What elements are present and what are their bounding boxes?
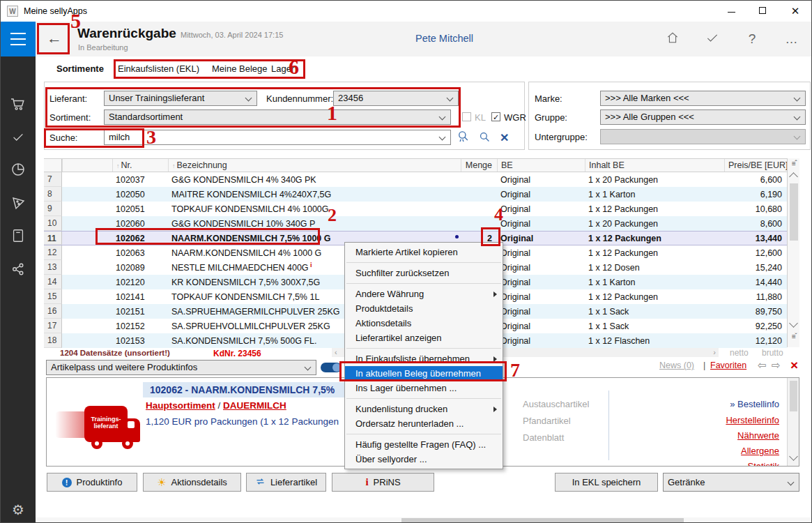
- table-cell[interactable]: Original: [497, 278, 585, 287]
- table-cell[interactable]: 102037: [112, 175, 168, 185]
- table-cell[interactable]: 14: [44, 275, 62, 289]
- scroll-down-icon[interactable]: [789, 452, 798, 461]
- table-cell[interactable]: 102120: [112, 278, 168, 287]
- context-menu-item[interactable]: Produktdetails: [345, 301, 503, 316]
- table-cell[interactable]: 10,680: [724, 204, 787, 214]
- book-icon[interactable]: [1, 224, 36, 248]
- prev-arrow-icon[interactable]: ⇦: [758, 359, 767, 372]
- check-icon[interactable]: [1, 125, 36, 149]
- table-cell[interactable]: 102051: [112, 204, 168, 214]
- table-cell[interactable]: 1 x 12 Packungen: [585, 234, 724, 243]
- close-button[interactable]: ✕: [780, 1, 811, 22]
- table-cell[interactable]: 102063: [112, 248, 168, 258]
- table-cell[interactable]: 102089: [112, 263, 168, 273]
- table-cell[interactable]: Original: [497, 321, 585, 331]
- confirm-check-icon[interactable]: [704, 31, 721, 47]
- table-cell[interactable]: 102152: [112, 321, 168, 331]
- news-link[interactable]: News (0): [659, 361, 694, 370]
- allergene-link[interactable]: Allergene: [741, 446, 779, 456]
- table-cell[interactable]: 13: [44, 260, 62, 275]
- bestellinfo-link[interactable]: » Bestellinfo: [730, 399, 779, 409]
- table-cell[interactable]: 1 x 1 Sack: [585, 321, 724, 331]
- tab-sortimente[interactable]: Sortimente: [56, 63, 104, 74]
- table-cell[interactable]: Original: [497, 263, 585, 273]
- context-menu-item[interactable]: Ordersatz herunterladen ...: [345, 416, 503, 431]
- table-cell[interactable]: 12: [44, 245, 62, 260]
- settings-gear-icon[interactable]: ⚙: [1, 501, 36, 518]
- context-menu-item[interactable]: Ins Lager übernehmen ...: [345, 381, 503, 395]
- pizza-icon[interactable]: [1, 191, 36, 215]
- table-cell[interactable]: 9: [44, 202, 62, 216]
- hauptsortiment-link[interactable]: Hauptsortiment: [146, 400, 215, 411]
- table-cell[interactable]: 8,600: [724, 219, 787, 229]
- search-extended-icon[interactable]: [457, 130, 470, 146]
- untergruppe-dropdown[interactable]: [600, 129, 806, 144]
- table-cell[interactable]: 17: [44, 319, 62, 333]
- table-cell[interactable]: 1 x 12 Packungen: [585, 292, 724, 302]
- table-cell[interactable]: 1 x 20 Packungen: [585, 219, 724, 229]
- produktinfo-dropdown[interactable]: Artikelpass und weitere Produktinfos: [46, 360, 316, 375]
- statistik-link[interactable]: Statistik: [747, 461, 779, 467]
- marke-dropdown[interactable]: >>> Alle Marken <<<: [600, 91, 806, 106]
- minimize-button[interactable]: [716, 1, 746, 22]
- cart-icon[interactable]: [1, 92, 36, 116]
- context-menu-item[interactable]: Suchfilter zurücksetzen: [345, 266, 503, 280]
- table-header-row[interactable]: ↑Nr. ↑Bezeichnung Menge BE Inhalt BE Pre…: [44, 158, 787, 172]
- scrollbar-thumb[interactable]: [401, 518, 684, 523]
- context-menu-item[interactable]: Über sellyorder ...: [345, 452, 503, 467]
- share-network-icon[interactable]: [1, 257, 36, 281]
- table-cell[interactable]: 6,190: [724, 190, 787, 199]
- table-cell[interactable]: 11,880: [724, 292, 787, 302]
- table-cell[interactable]: 1 x 1 Karton: [585, 278, 724, 287]
- herstellerinfo-link[interactable]: Herstellerinfo: [726, 415, 779, 425]
- pie-chart-icon[interactable]: [1, 158, 36, 181]
- help-icon[interactable]: ?: [744, 31, 760, 47]
- ekl-speichern-button[interactable]: In EKL speichern: [555, 473, 658, 492]
- table-cell[interactable]: G&G KONDENSMILCH 10% 340G P: [168, 219, 461, 229]
- table-cell[interactable]: 10: [44, 216, 62, 231]
- scroll-to-bottom-icon[interactable]: ≡̌: [790, 333, 798, 342]
- table-cell[interactable]: 1 x 1 Karton: [585, 190, 724, 199]
- scroll-to-top-icon[interactable]: ≡̂: [790, 160, 798, 169]
- maximize-button[interactable]: [747, 1, 778, 22]
- table-cell[interactable]: 1 x 12 Packungen: [585, 248, 724, 258]
- wgr-checkbox[interactable]: ✓: [491, 112, 500, 121]
- home-icon[interactable]: [664, 31, 681, 47]
- table-cell[interactable]: 13,440: [724, 234, 787, 243]
- scroll-right-icon[interactable]: ›: [713, 348, 716, 357]
- gruppe-dropdown[interactable]: >>> Alle Gruppen <<<: [600, 109, 806, 125]
- table-cell[interactable]: 1 x 12 Packungen: [585, 204, 724, 214]
- aktionsdetails-button[interactable]: ☀ Aktionsdetails: [143, 473, 241, 492]
- table-cell[interactable]: Original: [497, 175, 585, 185]
- menu-icon[interactable]: [1, 22, 36, 56]
- table-cell[interactable]: 1 x 1 Sack: [585, 307, 724, 317]
- context-menu-item[interactable]: Kundenlistung drucken: [345, 402, 503, 416]
- table-cell[interactable]: 1 x 20 Packungen: [585, 175, 724, 185]
- netto-toggle[interactable]: netto: [730, 348, 749, 358]
- scroll-up-icon[interactable]: [789, 172, 798, 181]
- naehrwerte-link[interactable]: Nährwerte: [737, 430, 779, 441]
- table-cell[interactable]: 1 x 12 Dosen: [585, 263, 724, 273]
- table-cell[interactable]: MAITRE KONDENSMILCH 4%240X7,5G: [168, 190, 461, 199]
- info-toggle-switch[interactable]: [321, 363, 342, 372]
- table-cell[interactable]: Original: [497, 204, 585, 214]
- table-cell[interactable]: Original: [497, 248, 585, 258]
- table-cell[interactable]: 15: [44, 289, 62, 304]
- table-cell[interactable]: 1 x 12 Flaschen: [585, 336, 724, 346]
- table-cell[interactable]: 7: [44, 172, 62, 187]
- table-cell[interactable]: 8: [44, 187, 62, 202]
- table-cell[interactable]: Original: [497, 219, 585, 229]
- table-cell[interactable]: Original: [497, 336, 585, 346]
- table-vertical-scrollbar[interactable]: ≡̂ ≡̌: [787, 158, 799, 347]
- next-arrow-icon[interactable]: ⇨: [772, 359, 781, 372]
- table-cell[interactable]: G&G KONDENSMILCH 4% 340G PK: [168, 175, 461, 185]
- table-cell[interactable]: 15,240: [724, 263, 787, 273]
- clear-search-icon[interactable]: ✕: [500, 131, 509, 144]
- table-cell[interactable]: 92,250: [724, 321, 787, 331]
- table-cell[interactable]: 102151: [112, 307, 168, 317]
- table-cell[interactable]: 102060: [112, 219, 168, 229]
- table-cell[interactable]: Original: [497, 190, 585, 199]
- table-cell[interactable]: Original: [497, 234, 585, 243]
- context-menu-item[interactable]: Häufig gestellte Fragen (FAQ) ...: [345, 437, 503, 452]
- table-cell[interactable]: 89,750: [724, 307, 787, 317]
